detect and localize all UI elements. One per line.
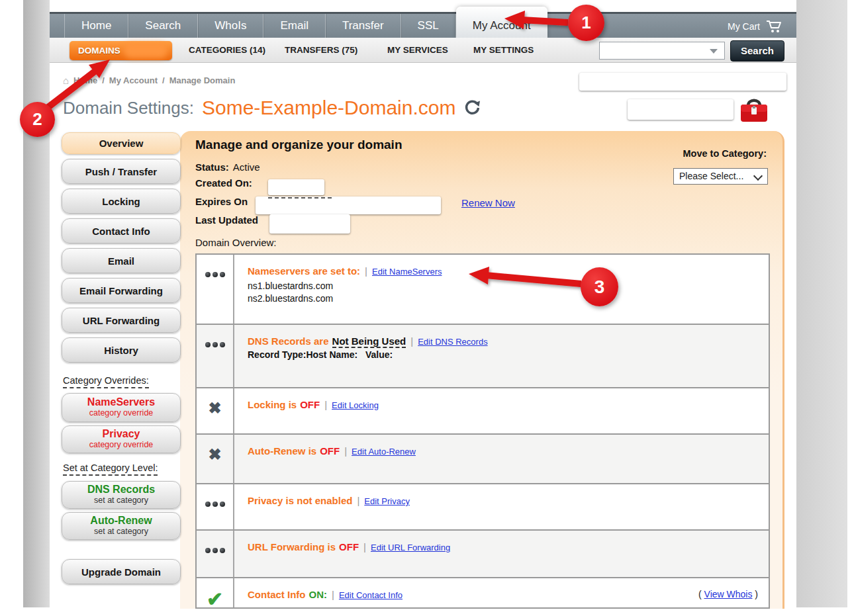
table-row-locking: ✖ Locking isOFF|Edit Locking [197,387,769,433]
dns-record-columns: Record Type:Host Name: Value: [248,349,755,360]
renew-now-link[interactable]: Renew Now [461,197,515,208]
page-title-prefix: Domain Settings: [63,98,194,118]
edit-auto-renew-link[interactable]: Edit Auto-Renew [352,447,416,457]
subnav-categories[interactable]: CATEGORIES (14) [189,38,265,63]
tab-whois[interactable]: WhoIs [198,14,263,38]
subnav-my-settings[interactable]: MY SETTINGS [473,38,534,63]
separator: | [363,541,366,552]
status-line: Status:Active [195,161,260,173]
edit-privacy-link[interactable]: Edit Privacy [364,496,410,506]
row-label: Locking is [248,399,297,410]
sidebar-item-push-transfer[interactable]: Push / Transfer [62,159,181,184]
table-row-privacy: Privacy is not enabled|Edit Privacy [197,483,769,529]
domain-search-combobox[interactable] [599,42,725,60]
tab-ssl[interactable]: SSL [401,14,456,38]
top-navigation: Home Search WhoIs Email Transfer SSL My … [50,12,796,38]
row-status: ON: [309,589,328,600]
table-row-dns-records: DNS Records areNot Being Used|Edit DNS R… [197,324,769,387]
created-on-label: Created On: [195,177,252,189]
row-label: Contact Info [248,589,306,600]
sidebar-item-dns-records-category[interactable]: DNS Records set at category [62,481,181,509]
tab-home[interactable]: Home [64,14,128,38]
panel-heading: Manage and organize your domain [195,138,402,152]
edit-dns-records-link[interactable]: Edit DNS Records [418,337,487,347]
category-subtitle: set at category [94,496,148,505]
table-row-contact-info: ✔ Contact InfoON:|Edit Contact Info ( Vi… [197,577,769,609]
row-status: OFF [300,399,320,410]
account-sub-navigation: DOMAINS CATEGORIES (14) TRANSFERS (75) M… [50,38,796,63]
edit-contact-info-link[interactable]: Edit Contact Info [339,590,402,600]
tab-email[interactable]: Email [263,14,326,38]
combobox-dropdown-icon [710,49,718,54]
sidebar-item-privacy-override[interactable]: Privacy category override [62,425,181,453]
row-label: Nameservers are set to: [248,265,360,277]
sidebar-item-overview[interactable]: Overview [62,132,181,154]
sidebar-item-email-forwarding[interactable]: Email Forwarding [62,278,181,303]
tab-transfer[interactable]: Transfer [326,14,401,38]
row-label: DNS Records are [248,335,329,347]
toolbox-icon[interactable] [739,95,769,124]
created-on-line: Created On: [195,177,256,189]
sidebar-item-history[interactable]: History [62,337,181,363]
right-margin-band [796,0,847,607]
paren-close: ) [755,589,758,599]
cross-icon: ✖ [197,435,234,483]
view-whois-wrapper: ( View Whois ) [698,589,758,599]
override-subtitle: category override [89,408,154,418]
sidebar-item-nameservers-override[interactable]: NameServers category override [62,393,181,422]
sidebar-item-contact-info[interactable]: Contact Info [62,218,181,243]
view-whois-link[interactable]: View Whois [704,589,753,599]
redacted-expiry-date [256,197,441,214]
sidebar-item-upgrade-domain[interactable]: Upgrade Domain [62,559,181,584]
domain-name: Some-Example-Domain.com [202,97,455,119]
nameserver-2: ns2.bluestardns.com [248,293,755,304]
subnav-transfers[interactable]: TRANSFERS (75) [285,38,357,63]
edit-nameservers-link[interactable]: Edit NameServers [372,267,442,277]
paren-open: ( [698,589,702,599]
cross-icon: ✖ [197,388,234,433]
sidebar-item-auto-renew-category[interactable]: Auto-Renew set at category [62,512,181,540]
tab-search[interactable]: Search [128,14,198,38]
status-value: Active [233,161,260,173]
chevron-down-icon [753,171,763,181]
page-title: Domain Settings: Some-Example-Domain.com [63,97,481,119]
set-at-category-level-heading: Set at Category Level: [63,462,158,473]
breadcrumb-manage-domain: Manage Domain [169,75,236,85]
breadcrumb-my-account[interactable]: My Account [109,75,158,85]
expires-on-label: Expires On [195,196,248,207]
sidebar-item-locking[interactable]: Locking [62,189,181,214]
breadcrumb: ⌂ Home / My Account / Manage Domain [63,75,235,86]
row-label: URL Forwarding is [248,541,336,552]
breadcrumb-home[interactable]: Home [73,75,97,85]
page: Home Search WhoIs Email Transfer SSL My … [0,0,852,616]
sidebar-item-url-forwarding[interactable]: URL Forwarding [62,308,181,333]
row-status: OFF [339,541,359,552]
dashed-underline [268,197,332,198]
move-to-category-label: Move to Category: [683,148,767,159]
domains-label: DOMAINS [78,46,120,56]
category-title: DNS Records [87,484,155,496]
cart-icon [766,20,782,33]
edit-url-forwarding-link[interactable]: Edit URL Forwarding [371,543,450,552]
refresh-icon[interactable] [463,99,481,116]
row-status: Not Being Used [332,335,406,348]
my-cart-button[interactable]: My Cart [728,20,782,33]
row-label: Auto-Renew is [248,445,316,457]
separator: | [357,495,359,506]
search-button[interactable]: Search [730,40,784,62]
category-select[interactable]: Please Select... [673,168,768,185]
tab-my-account[interactable]: My Account [456,7,547,38]
redacted-domain-count [124,43,167,58]
expires-on-line: Expires On [195,196,252,207]
separator: | [324,399,327,410]
row-status: OFF [320,445,340,457]
override-title: NameServers [87,397,155,408]
row-label: Privacy is not enabled [248,495,352,506]
override-subtitle: category override [89,440,154,449]
subnav-my-services[interactable]: MY SERVICES [387,38,448,63]
sidebar-item-email[interactable]: Email [62,248,181,273]
edit-locking-link[interactable]: Edit Locking [332,400,379,410]
category-subtitle: set at category [94,527,148,536]
override-title: Privacy [103,429,140,440]
subnav-domains-button[interactable]: DOMAINS [70,41,172,60]
